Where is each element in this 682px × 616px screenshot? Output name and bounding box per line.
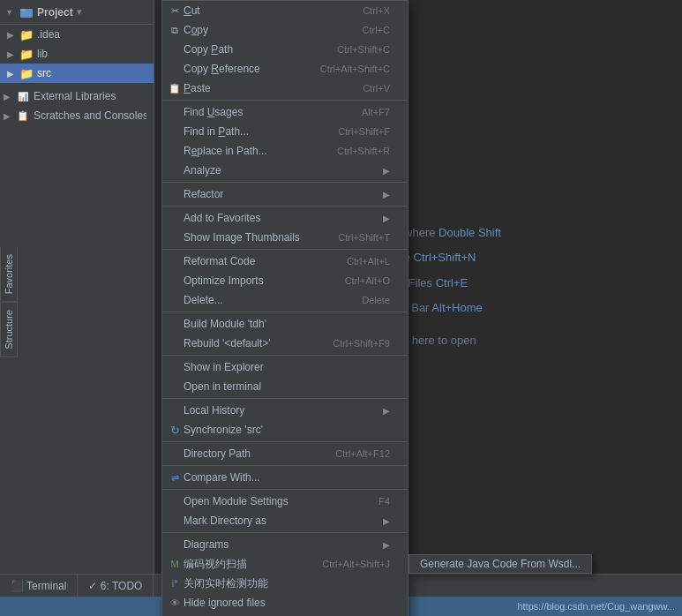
project-expand-arrow[interactable]: ▾: [7, 7, 19, 17]
lib-arrow: ▶: [7, 49, 19, 59]
rebuild-shortcut: Ctrl+Shift+F9: [333, 338, 390, 349]
menu-item-paste[interactable]: 📋 Paste Ctrl+V: [162, 79, 408, 98]
menu-item-add-favorites[interactable]: Add to Favorites ▶: [162, 208, 408, 228]
paste-shortcut: Ctrl+V: [363, 83, 390, 94]
sep2: [162, 182, 408, 183]
copy-path-label: Copy Path: [184, 43, 319, 56]
src-label: src: [37, 67, 51, 79]
sep5: [162, 312, 408, 312]
context-menu: ✂ Cut Ctrl+X ⧉ Copy Ctrl+C Copy Path Ctr…: [161, 0, 408, 616]
copy-label: Copy: [184, 24, 345, 36]
menu-item-optimize[interactable]: Optimize Imports Ctrl+Alt+O: [162, 271, 408, 290]
menu-item-build[interactable]: Build Module 'tdh': [162, 314, 408, 334]
reformat-label: Reformat Code: [184, 255, 329, 267]
menu-item-synchronize[interactable]: ↻ Synchronize 'src': [162, 420, 408, 439]
sep9: [162, 465, 408, 466]
code-scan-shortcut: Ctrl+Alt+Shift+J: [322, 559, 390, 569]
menu-item-diagrams[interactable]: Diagrams ▶: [162, 535, 408, 554]
menu-item-delete[interactable]: Delete... Delete: [162, 290, 408, 310]
analyze-label: Analyze: [184, 164, 379, 177]
menu-item-copy[interactable]: ⧉ Copy Ctrl+C: [162, 20, 408, 40]
menu-item-rebuild[interactable]: Rebuild '<default>' Ctrl+Shift+F9: [162, 334, 408, 353]
copy-ref-shortcut: Ctrl+Alt+Shift+C: [320, 64, 390, 74]
compare-icon: ⇌: [168, 470, 182, 485]
menu-item-replace-path[interactable]: Replace in Path... Ctrl+Shift+R: [162, 141, 408, 161]
sidebar-item-lib[interactable]: ▶ 📁 lib: [0, 44, 154, 64]
menu-item-open-module[interactable]: Open Module Settings F4: [162, 492, 408, 511]
open-terminal-label: Open in terminal: [184, 380, 390, 393]
sidebar-item-external-libs[interactable]: ▶ 📊 External Libraries: [0, 86, 154, 106]
cut-shortcut: Ctrl+X: [363, 5, 390, 16]
mark-dir-arrow: ▶: [383, 516, 390, 526]
diagrams-label: Diagrams: [184, 538, 379, 551]
search-everywhere-shortcut: Double Shift: [438, 226, 501, 239]
todo-tab[interactable]: ✓ 6: TODO: [78, 575, 154, 597]
paste-icon: 📋: [168, 81, 182, 95]
menu-item-refactor[interactable]: Refactor ▶: [162, 184, 408, 204]
replace-path-label: Replace in Path...: [184, 145, 319, 157]
sidebar: ▾ Project ▾ ▶ 📁 .idea ▶ 📁 lib ▶ 📁 src ▶ …: [0, 0, 154, 574]
menu-item-reformat[interactable]: Reformat Code Ctrl+Alt+L: [162, 252, 408, 271]
scratches-arrow: ▶: [4, 111, 16, 121]
sep8: [162, 441, 408, 442]
find-path-shortcut: Ctrl+Shift+F: [338, 126, 390, 137]
add-favorites-label: Add to Favorites: [184, 212, 379, 224]
sidebar-header: ▾ Project ▾: [0, 0, 154, 25]
menu-item-local-history[interactable]: Local History ▶: [162, 401, 408, 420]
menu-item-analyze[interactable]: Analyze ▶: [162, 161, 408, 180]
terminal-tab[interactable]: ⬛ Terminal: [0, 575, 78, 597]
paste-label: Paste: [184, 82, 345, 94]
menu-item-copy-ref[interactable]: Copy Reference Ctrl+Alt+Shift+C: [162, 59, 408, 79]
lib-label: lib: [37, 48, 48, 60]
menu-item-compare[interactable]: ⇌ Compare With...: [162, 468, 408, 487]
lib-folder-icon: 📁: [19, 47, 34, 61]
goto-file-shortcut: Ctrl+Shift+N: [414, 251, 476, 264]
copy-icon: ⧉: [168, 23, 182, 37]
code-scan-label: 编码视约扫描: [184, 557, 304, 572]
menu-item-show-thumbnails[interactable]: Show Image Thumbnails Ctrl+Shift+T: [162, 228, 408, 247]
synchronize-label: Synchronize 'src': [184, 424, 390, 436]
copy-ref-label: Copy Reference: [184, 63, 303, 75]
hide-ignored-label: Hide ignored files: [184, 597, 390, 609]
sync-icon: ↻: [168, 423, 182, 437]
menu-item-mark-dir[interactable]: Mark Directory as ▶: [162, 511, 408, 530]
sep11: [162, 532, 408, 533]
menu-item-code-scan[interactable]: M 编码视约扫描 Ctrl+Alt+Shift+J: [162, 554, 408, 574]
ext-libs-arrow: ▶: [4, 92, 16, 101]
menu-item-realtime[interactable]: i* 关闭实时检测功能: [162, 574, 408, 593]
submenu-generate[interactable]: Generate Java Code From Wsdl...: [408, 554, 592, 574]
sidebar-item-scratches[interactable]: ▶ 📋 Scratches and Consoles: [0, 106, 154, 125]
menu-item-create-gist[interactable]: Create Gist...: [162, 612, 408, 616]
recent-files-shortcut: Ctrl+E: [436, 276, 468, 289]
favorites-tab[interactable]: Favorites: [0, 247, 18, 302]
menu-item-find-path[interactable]: Find in Path... Ctrl+Shift+F: [162, 122, 408, 141]
ext-libs-icon: 📊: [16, 89, 30, 103]
menu-item-cut[interactable]: ✂ Cut Ctrl+X: [162, 1, 408, 20]
sep7: [162, 398, 408, 399]
menu-item-open-terminal[interactable]: Open in terminal: [162, 377, 408, 396]
local-history-label: Local History: [184, 404, 379, 417]
menu-item-find-usages[interactable]: Find Usages Alt+F7: [162, 102, 408, 122]
menu-item-dir-path[interactable]: Directory Path Ctrl+Alt+F12: [162, 444, 408, 463]
show-thumbnails-shortcut: Ctrl+Shift+T: [338, 232, 390, 243]
menu-item-show-explorer[interactable]: Show in Explorer: [162, 357, 408, 377]
hide-icon: 👁: [168, 596, 182, 610]
sep4: [162, 249, 408, 250]
optimize-shortcut: Ctrl+Alt+O: [345, 275, 390, 286]
sidebar-item-idea[interactable]: ▶ 📁 .idea: [0, 25, 154, 44]
project-dropdown[interactable]: ▾: [77, 6, 82, 18]
menu-item-hide-ignored[interactable]: 👁 Hide ignored files: [162, 593, 408, 612]
nav-bar-shortcut: Alt+Home: [431, 301, 482, 314]
copy-path-shortcut: Ctrl+Shift+C: [337, 44, 390, 55]
sep3: [162, 206, 408, 207]
structure-tab[interactable]: Structure: [0, 302, 18, 357]
mark-dir-label: Mark Directory as: [184, 515, 379, 527]
open-module-shortcut: F4: [378, 496, 390, 507]
refactor-label: Refactor: [184, 188, 379, 200]
sidebar-item-src[interactable]: ▶ 📁 src: [0, 64, 154, 83]
project-icon: [19, 5, 34, 19]
menu-item-copy-path[interactable]: Copy Path Ctrl+Shift+C: [162, 40, 408, 59]
idea-arrow: ▶: [7, 30, 19, 40]
todo-tab-label: ✓ 6: TODO: [88, 580, 142, 592]
sidebar-title: Project: [37, 6, 73, 19]
